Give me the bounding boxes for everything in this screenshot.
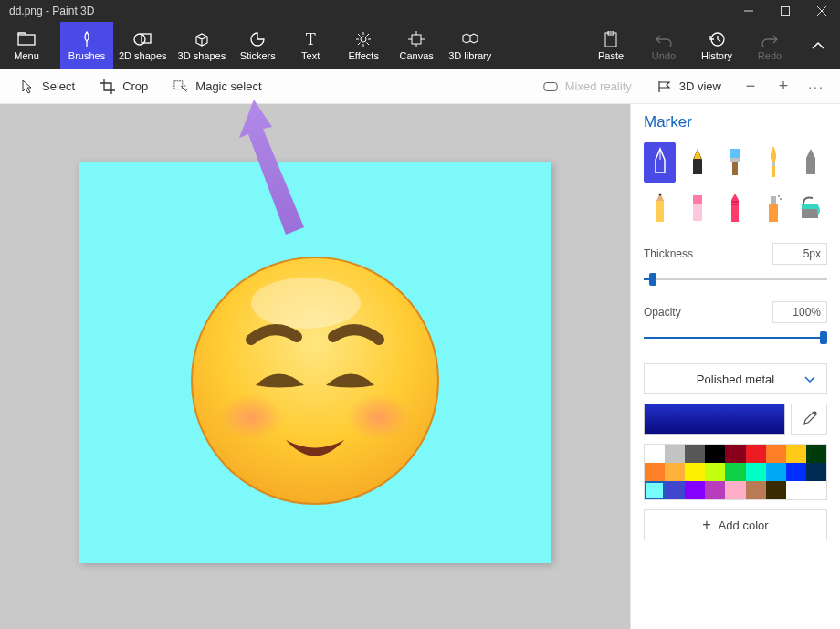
brush-pixel[interactable] [795, 142, 827, 183]
color-swatch[interactable] [766, 463, 786, 481]
brush-watercolor[interactable] [757, 142, 789, 183]
maximize-button[interactable] [767, 0, 803, 22]
tab-stickers[interactable]: Stickers [231, 22, 284, 69]
tab-brushes[interactable]: Brushes [60, 22, 113, 69]
color-swatch[interactable] [746, 481, 766, 499]
tab-canvas[interactable]: Canvas [390, 22, 443, 69]
opacity-input[interactable] [772, 301, 827, 323]
undo-icon [656, 30, 672, 48]
cube-icon [194, 30, 210, 48]
color-swatch[interactable] [665, 445, 685, 463]
ribbon: Menu Brushes 2D shapes 3D shapes Sticker… [0, 22, 840, 69]
current-color[interactable] [644, 404, 785, 435]
svg-point-28 [251, 278, 361, 329]
svg-rect-43 [802, 204, 818, 209]
panel-title: Marker [644, 113, 827, 131]
brush-crayon[interactable] [719, 188, 751, 228]
tab-3d-library[interactable]: 3D library [443, 22, 497, 69]
close-button[interactable] [803, 0, 840, 22]
color-swatch[interactable] [665, 481, 685, 499]
select-tool[interactable]: Select [7, 69, 88, 103]
color-swatch[interactable] [806, 481, 826, 499]
color-swatch[interactable] [665, 463, 685, 481]
color-swatch[interactable] [725, 481, 745, 499]
svg-rect-1 [782, 7, 790, 16]
undo-button[interactable]: Undo [637, 22, 690, 69]
svg-point-40 [778, 195, 780, 197]
redo-button[interactable]: Redo [743, 22, 796, 69]
mixed-reality-icon [543, 79, 558, 94]
svg-rect-34 [772, 162, 775, 166]
material-select[interactable]: Polished metal [644, 363, 827, 394]
3d-view-tool[interactable]: 3D view [645, 69, 734, 103]
minimize-button[interactable] [730, 0, 767, 22]
magic-select-tool[interactable]: Magic select [161, 69, 274, 103]
brush-marker[interactable] [644, 142, 676, 183]
opacity-slider[interactable] [644, 329, 827, 347]
canvas-area[interactable] [0, 104, 630, 629]
history-icon [709, 30, 725, 48]
flag-icon [657, 79, 672, 94]
crop-tool[interactable]: Crop [88, 69, 161, 103]
brush-spray[interactable] [757, 188, 789, 228]
chevron-down-icon [804, 372, 815, 386]
color-swatch[interactable] [766, 445, 786, 463]
svg-rect-38 [769, 204, 778, 222]
color-swatch[interactable] [746, 463, 766, 481]
thickness-slider[interactable] [644, 270, 827, 288]
collapse-ribbon[interactable] [796, 22, 840, 69]
more-menu[interactable]: ··· [800, 70, 833, 103]
color-swatch[interactable] [786, 445, 806, 463]
history-button[interactable]: History [690, 22, 743, 69]
brush-calligraphy[interactable] [681, 142, 713, 183]
opacity-label: Opacity [644, 306, 681, 319]
brush-fill[interactable] [795, 188, 827, 228]
svg-rect-33 [732, 162, 738, 175]
add-color-button[interactable]: + Add color [644, 509, 827, 540]
color-swatch[interactable] [806, 445, 826, 463]
zoom-out[interactable]: − [734, 70, 767, 103]
svg-point-41 [780, 198, 782, 200]
canvas-icon [408, 30, 425, 48]
color-swatch[interactable] [786, 463, 806, 481]
tab-effects[interactable]: Effects [337, 22, 390, 69]
eyedropper-button[interactable] [791, 404, 827, 435]
canvas[interactable] [79, 162, 551, 563]
magic-select-icon [173, 79, 188, 94]
menu-button[interactable]: Menu [0, 22, 53, 69]
color-swatch[interactable] [685, 481, 705, 499]
color-swatch[interactable] [705, 463, 725, 481]
zoom-in[interactable]: + [767, 70, 800, 103]
svg-line-13 [358, 34, 361, 37]
color-swatch[interactable] [786, 481, 806, 499]
brush-eraser[interactable] [681, 188, 713, 228]
color-swatch[interactable] [705, 445, 725, 463]
color-swatch[interactable] [685, 445, 705, 463]
svg-rect-25 [174, 80, 183, 89]
color-swatch[interactable] [725, 445, 745, 463]
color-swatch[interactable] [645, 445, 665, 463]
color-palette [644, 444, 827, 500]
brush-oil[interactable] [719, 142, 751, 183]
paste-button[interactable]: Paste [584, 22, 637, 69]
color-swatch[interactable] [705, 481, 725, 499]
color-swatch[interactable] [766, 481, 786, 499]
side-panel: Marker Thickness Opacity [630, 104, 840, 629]
tab-3d-shapes[interactable]: 3D shapes [173, 22, 232, 69]
color-swatch[interactable] [725, 463, 745, 481]
color-swatch[interactable] [645, 463, 665, 481]
svg-rect-39 [771, 196, 776, 204]
text-icon: T [306, 30, 316, 48]
color-swatch[interactable] [806, 463, 826, 481]
thickness-input[interactable] [772, 243, 827, 265]
cursor-icon [20, 79, 35, 94]
tab-text[interactable]: T Text [284, 22, 337, 69]
brush-pencil[interactable] [644, 188, 676, 228]
thickness-label: Thickness [644, 247, 693, 260]
tab-2d-shapes[interactable]: 2D shapes [113, 22, 173, 69]
svg-rect-37 [693, 204, 702, 221]
brush-picker [644, 142, 827, 228]
color-swatch[interactable] [645, 481, 665, 499]
color-swatch[interactable] [746, 445, 766, 463]
color-swatch[interactable] [685, 463, 705, 481]
